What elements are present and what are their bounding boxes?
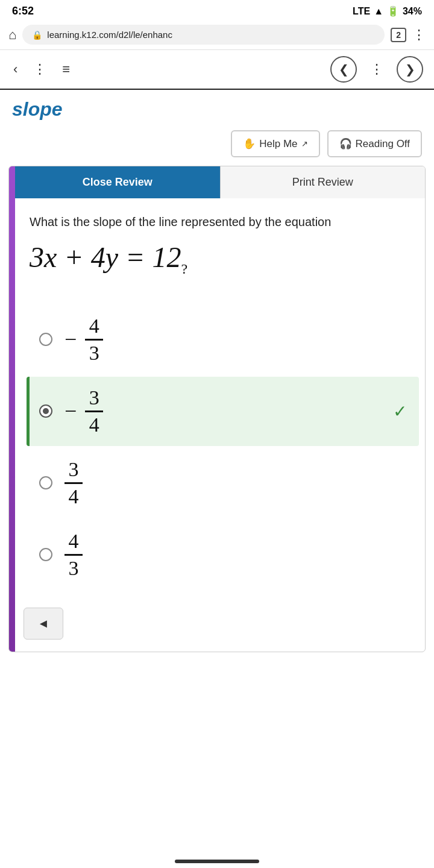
minus-b: − xyxy=(64,398,77,424)
fraction-b: − 3 4 xyxy=(64,388,103,435)
numerator-a: 4 xyxy=(85,316,103,341)
tab-badge[interactable]: 2 xyxy=(391,28,406,42)
fraction-a: − 4 3 xyxy=(64,316,103,363)
battery-label: 34% xyxy=(403,6,422,17)
answer-option-d[interactable]: 4 3 xyxy=(30,520,419,590)
toolbar: ‹ ⋮ ≡ ❮ ⋮ ❯ xyxy=(0,50,434,90)
next-icon: ❯ xyxy=(405,62,415,77)
status-time: 6:52 xyxy=(12,5,34,17)
fraction-c-val: 3 4 xyxy=(64,459,83,507)
radio-dot-b xyxy=(43,408,49,414)
back-button[interactable]: ‹ xyxy=(11,59,20,80)
purple-bar xyxy=(9,166,15,652)
radio-d[interactable] xyxy=(39,548,52,561)
radio-b[interactable] xyxy=(39,404,52,418)
print-review-button[interactable]: Print Review xyxy=(220,166,426,198)
fraction-d: 4 3 xyxy=(64,531,83,579)
dots-menu-button[interactable]: ⋮ xyxy=(31,59,49,80)
answer-option-c[interactable]: 3 4 xyxy=(30,448,419,518)
equation-text: 3x + 4y = 12? xyxy=(30,241,187,277)
numerator-c: 3 xyxy=(64,459,83,484)
fraction-b-val: 3 4 xyxy=(85,388,103,435)
denominator-d: 3 xyxy=(64,556,83,579)
radio-a[interactable] xyxy=(39,333,52,346)
headphone-icon: 🎧 xyxy=(339,137,352,150)
bottom-bar-indicator xyxy=(175,860,259,863)
numerator-b: 3 xyxy=(85,388,103,412)
checkmark-icon: ✓ xyxy=(393,401,407,421)
next-nav-button[interactable]: ❯ xyxy=(397,56,423,83)
reading-button[interactable]: 🎧 Reading Off xyxy=(327,130,422,157)
close-review-button[interactable]: Close Review xyxy=(15,166,220,198)
lock-icon: 🔒 xyxy=(32,30,42,40)
radio-c[interactable] xyxy=(39,476,52,489)
browser-menu-button[interactable]: ⋮ xyxy=(412,27,426,43)
home-button[interactable]: ⌂ xyxy=(8,27,16,43)
prev-nav-button[interactable]: ❮ xyxy=(330,56,357,83)
action-buttons: ✋ Help Me ↗ 🎧 Reading Off xyxy=(0,124,434,166)
denominator-c: 4 xyxy=(64,484,83,507)
minus-a: − xyxy=(64,327,77,352)
status-bar: 6:52 LTE ▲ 🔋 34% xyxy=(0,0,434,20)
content-card: Close Review Print Review What is the sl… xyxy=(8,166,426,652)
help-button-label: Help Me xyxy=(259,138,297,150)
url-bar[interactable]: 🔒 learning.k12.com/d2l/le/enhanc xyxy=(22,25,385,45)
help-icon: ✋ xyxy=(243,137,256,150)
back-arrow-button[interactable]: ◄ xyxy=(24,608,63,640)
status-right: LTE ▲ 🔋 34% xyxy=(353,5,422,17)
battery-icon: 🔋 xyxy=(387,5,399,17)
url-text: learning.k12.com/d2l/le/enhanc xyxy=(47,30,375,40)
signal-icon: ▲ xyxy=(374,6,383,17)
help-link-icon: ↗ xyxy=(301,139,308,148)
question-text: What is the slope of the line represente… xyxy=(30,213,410,231)
denominator-a: 3 xyxy=(85,341,103,363)
fraction-c: 3 4 xyxy=(64,459,83,507)
bottom-nav xyxy=(0,855,434,868)
prev-icon: ❮ xyxy=(339,62,349,77)
toolbar-dots-center[interactable]: ⋮ xyxy=(368,59,386,80)
answer-option-a[interactable]: − 4 3 xyxy=(30,305,419,374)
page-header: slope xyxy=(0,90,434,124)
reading-button-label: Reading Off xyxy=(356,138,410,150)
answer-options: − 4 3 − 3 4 ✓ xyxy=(9,305,425,602)
browser-bar: ⌂ 🔒 learning.k12.com/d2l/le/enhanc 2 ⋮ xyxy=(0,20,434,50)
page-title: slope xyxy=(12,98,63,120)
back-nav: ◄ xyxy=(9,602,425,652)
signal-label: LTE xyxy=(353,6,370,17)
fraction-a-val: 4 3 xyxy=(85,316,103,363)
hamburger-menu-button[interactable]: ≡ xyxy=(60,59,72,80)
question-body: What is the slope of the line represente… xyxy=(9,198,425,305)
numerator-d: 4 xyxy=(64,531,83,556)
equation: 3x + 4y = 12? xyxy=(30,241,410,277)
answer-option-b[interactable]: − 3 4 ✓ xyxy=(27,377,419,446)
denominator-b: 4 xyxy=(85,412,103,435)
help-me-button[interactable]: ✋ Help Me ↗ xyxy=(231,130,319,157)
fraction-d-val: 4 3 xyxy=(64,531,83,579)
review-buttons: Close Review Print Review xyxy=(15,166,425,198)
